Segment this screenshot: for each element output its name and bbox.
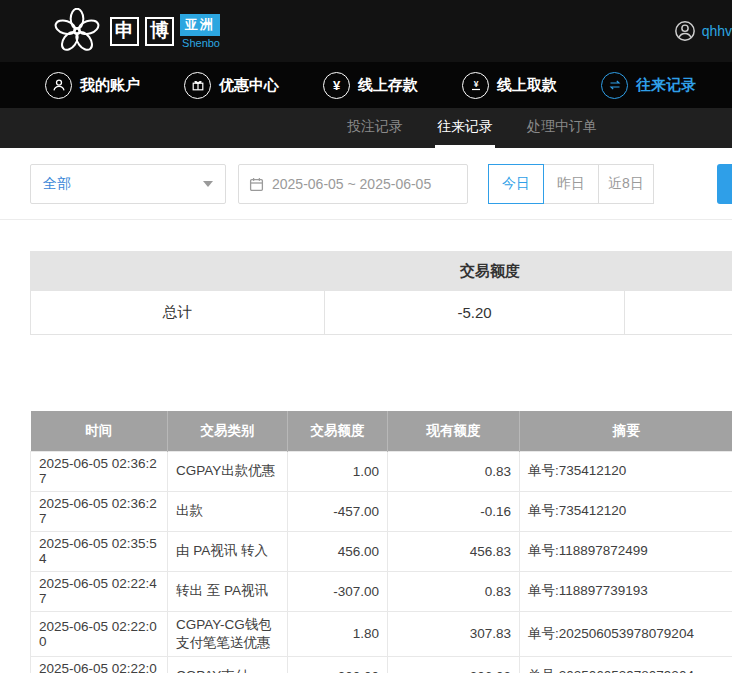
- cell-amount: -457.00: [288, 491, 388, 531]
- cell-amount: 456.00: [288, 531, 388, 571]
- cell-balance: 0.83: [388, 451, 520, 491]
- cell-type: CGPAY支付: [168, 656, 288, 673]
- cell-amount: -307.00: [288, 571, 388, 611]
- nav-label: 优惠中心: [219, 76, 279, 95]
- summary-total-label: 总计: [30, 291, 325, 334]
- records-icon: [601, 72, 628, 99]
- gift-icon: [184, 72, 211, 99]
- tab-betting-records[interactable]: 投注记录: [345, 108, 405, 148]
- table-row: 2025-06-05 02:22:00 CGPAY-CG钱包支付笔笔送优惠 1.…: [31, 611, 732, 656]
- withdraw-icon: ¥: [462, 72, 489, 99]
- user-icon: [45, 72, 72, 99]
- nav-item-my-account[interactable]: 我的账户: [45, 72, 140, 99]
- quick-date-buttons: 今日 昨日 近8日: [488, 164, 654, 204]
- nav-label: 线上存款: [358, 76, 418, 95]
- calendar-icon: [249, 177, 264, 192]
- yesterday-button[interactable]: 昨日: [543, 164, 599, 204]
- records-section: 时间 交易类别 交易额度 现有额度 摘要 2025-06-05 02:36:27…: [30, 411, 732, 673]
- nav-item-promotions[interactable]: 优惠中心: [184, 72, 279, 99]
- cell-time: 2025-06-05 02:36:27: [31, 451, 168, 491]
- date-range-value: 2025-06-05 ~ 2025-06-05: [272, 176, 431, 192]
- deposit-icon: ¥: [323, 72, 350, 99]
- cell-memo: 单号:202506053978079204: [520, 611, 732, 656]
- table-row: 2025-06-05 02:36:27 出款 -457.00 -0.16 单号:…: [31, 491, 732, 531]
- summary-total-row: 总计 -5.20: [30, 291, 732, 335]
- flower-logo-icon: [54, 8, 100, 54]
- cell-memo: 单号:735412120: [520, 451, 732, 491]
- cell-time: 2025-06-05 02:22:00: [31, 611, 168, 656]
- table-row: 2025-06-05 02:36:27 CGPAY出款优惠 1.00 0.83 …: [31, 451, 732, 491]
- nav-item-withdraw[interactable]: ¥ 线上取款: [462, 72, 557, 99]
- cell-type: 由 PA视讯 转入: [168, 531, 288, 571]
- cell-time: 2025-06-05 02:22:47: [31, 571, 168, 611]
- table-row: 2025-06-05 02:35:54 由 PA视讯 转入 456.00 456…: [31, 531, 732, 571]
- today-button[interactable]: 今日: [488, 164, 544, 204]
- type-select[interactable]: 全部: [30, 164, 226, 204]
- search-button[interactable]: [717, 164, 732, 204]
- cell-balance: -0.16: [388, 491, 520, 531]
- cell-memo: 单号:202506053978079204: [520, 656, 732, 673]
- sub-nav: 投注记录 往来记录 处理中订单: [0, 108, 732, 148]
- username-label: qhhv: [702, 23, 732, 39]
- nav-label: 我的账户: [80, 76, 140, 95]
- nav-item-deposit[interactable]: ¥ 线上存款: [323, 72, 418, 99]
- cell-balance: 456.83: [388, 531, 520, 571]
- user-avatar-icon: [674, 20, 696, 42]
- cell-type: 出款: [168, 491, 288, 531]
- cell-time: 2025-06-05 02:22:00: [31, 656, 168, 673]
- main-nav: 我的账户 优惠中心 ¥ 线上存款 ¥ 线上取款 往来记录: [0, 62, 732, 108]
- svg-text:¥: ¥: [473, 79, 478, 89]
- cell-time: 2025-06-05 02:35:54: [31, 531, 168, 571]
- date-range-input[interactable]: 2025-06-05 ~ 2025-06-05: [238, 164, 468, 204]
- records-table: 时间 交易类别 交易额度 现有额度 摘要 2025-06-05 02:36:27…: [30, 411, 732, 673]
- cell-type: CGPAY-CG钱包支付笔笔送优惠: [168, 611, 288, 656]
- nav-item-records[interactable]: 往来记录: [601, 72, 696, 99]
- cell-memo: 单号:118897739193: [520, 571, 732, 611]
- summary-empty-cell: [625, 291, 732, 334]
- filter-bar: 全部 2025-06-05 ~ 2025-06-05 今日 昨日 近8日: [0, 148, 732, 220]
- nav-label: 线上取款: [497, 76, 557, 95]
- brand-char-1: 申: [110, 17, 139, 46]
- cell-type: CGPAY出款优惠: [168, 451, 288, 491]
- table-header-row: 时间 交易类别 交易额度 现有额度 摘要: [31, 411, 732, 451]
- table-row: 2025-06-05 02:22:47 转出 至 PA视讯 -307.00 0.…: [31, 571, 732, 611]
- cell-amount: 1.00: [288, 451, 388, 491]
- cell-memo: 单号:118897872499: [520, 531, 732, 571]
- type-select-value: 全部: [43, 175, 71, 193]
- header-amount: 交易额度: [288, 411, 388, 451]
- topbar: 申 博 亚洲 Shenbo qhhv: [0, 0, 732, 62]
- summary-total-value: -5.20: [325, 291, 625, 334]
- last-8-days-button[interactable]: 近8日: [598, 164, 654, 204]
- cell-balance: 306.03: [388, 656, 520, 673]
- cell-balance: 307.83: [388, 611, 520, 656]
- brand-char-2: 博: [145, 17, 174, 46]
- header-time: 时间: [31, 411, 168, 451]
- summary-header: 交易额度: [30, 251, 732, 291]
- nav-label: 往来记录: [636, 76, 696, 95]
- cell-type: 转出 至 PA视讯: [168, 571, 288, 611]
- tab-processing-orders[interactable]: 处理中订单: [525, 108, 599, 148]
- summary-table: 交易额度 总计 -5.20: [30, 251, 732, 335]
- table-row: 2025-06-05 02:22:00 CGPAY支付 300.00 306.0…: [31, 656, 732, 673]
- header-memo: 摘要: [520, 411, 732, 451]
- brand-region: 亚洲: [180, 14, 220, 36]
- cell-balance: 0.83: [388, 571, 520, 611]
- user-account[interactable]: qhhv: [674, 20, 732, 42]
- cell-amount: 1.80: [288, 611, 388, 656]
- header-balance: 现有额度: [388, 411, 520, 451]
- brand-logo[interactable]: 申 博 亚洲 Shenbo: [54, 8, 220, 54]
- cell-time: 2025-06-05 02:36:27: [31, 491, 168, 531]
- header-type: 交易类别: [168, 411, 288, 451]
- brand-name-en: Shenbo: [182, 37, 220, 49]
- cell-memo: 单号:735412120: [520, 491, 732, 531]
- tab-transaction-records[interactable]: 往来记录: [435, 108, 495, 148]
- cell-amount: 300.00: [288, 656, 388, 673]
- chevron-down-icon: [203, 181, 213, 187]
